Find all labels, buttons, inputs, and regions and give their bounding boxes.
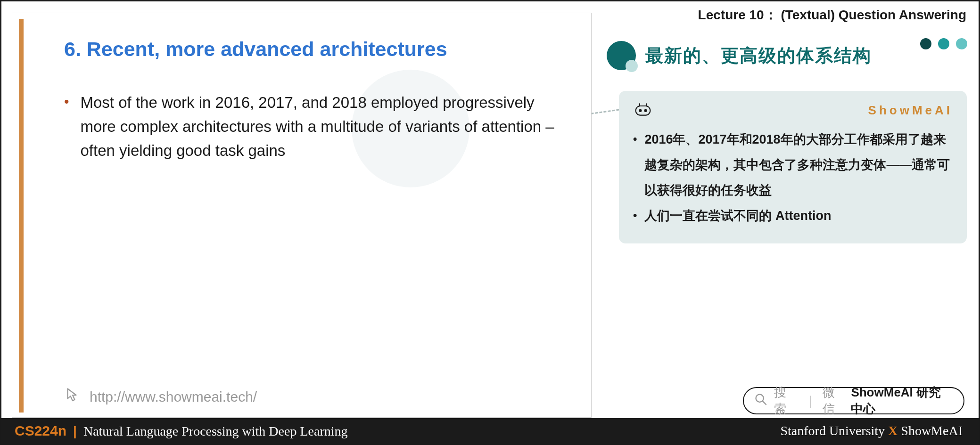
page: Lecture 10： (Textual) Question Answering… [0,0,980,445]
svg-point-5 [756,394,764,402]
footer-org-a: Stanford University [780,423,885,438]
course-subtitle: Natural Language Processing with Deep Le… [83,424,348,439]
search-pill[interactable]: 搜索 ｜ 微信 ShowMeAI 研究中心 [743,387,964,414]
brand-label: ShowMeAI [868,103,953,118]
translation-box: ShowMeAI • 2016年、2017年和2018年的大部分工作都采用了越来… [619,91,967,243]
svg-line-6 [763,401,766,405]
bullet-icon: • [633,203,637,228]
list-item: • 2016年、2017年和2018年的大部分工作都采用了越来越复杂的架构，其中… [633,127,953,203]
right-title: 最新的、更高级的体系结构 [645,44,872,68]
bullet-text: Most of the work in 2016, 2017, and 2018… [81,90,563,162]
footer-x: X [888,423,898,438]
dot-icon [920,38,931,49]
slide-card: 6. Recent, more advanced architectures •… [12,13,592,418]
title-decoration-icon [607,41,636,70]
footer-org-b: ShowMeAI [901,423,963,438]
robot-icon [633,101,653,119]
accent-bar [19,19,24,413]
bullet-icon: • [64,90,69,162]
bullet-item: • Most of the work in 2016, 2017, and 20… [64,90,563,162]
svg-rect-0 [636,106,651,115]
pipe-icon: | [73,424,77,439]
cursor-icon [64,387,81,407]
dot-icon [956,38,967,49]
slide-body: • Most of the work in 2016, 2017, and 20… [64,90,563,162]
list-item: • 人们一直在尝试不同的 Attention [633,203,953,228]
slide-link[interactable]: http://www.showmeai.tech/ [64,387,257,407]
svg-point-2 [645,110,647,112]
search-target: ShowMeAI 研究中心 [851,384,953,417]
dot-icon [938,38,949,49]
slide-title: 6. Recent, more advanced architectures [64,38,447,61]
svg-point-1 [639,110,641,112]
lecture-title: Lecture 10： (Textual) Question Answering [698,6,966,24]
search-hint: 搜索 [774,384,798,417]
footer-right: Stanford University X ShowMeAI [780,423,963,438]
course-code: CS224n [15,423,66,439]
list-text: 2016年、2017年和2018年的大部分工作都采用了越来越复杂的架构，其中包含… [644,127,953,203]
footer-left: CS224n | Natural Language Processing wit… [15,423,348,439]
footer: CS224n | Natural Language Processing wit… [1,418,979,444]
search-icon [754,393,767,409]
right-title-wrap: 最新的、更高级的体系结构 [607,41,872,70]
divider: ｜ [804,393,816,409]
search-wx: 微信 [823,384,844,417]
list-text: 人们一直在尝试不同的 Attention [644,203,831,228]
decorative-dots [920,38,967,49]
bullet-icon: • [633,127,637,203]
slide-link-text: http://www.showmeai.tech/ [90,389,257,405]
